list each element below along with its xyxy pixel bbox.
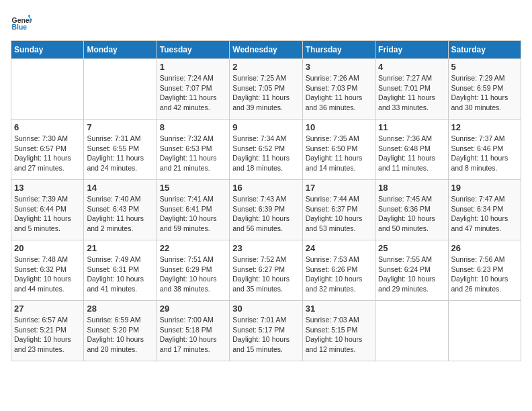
- day-info: Sunrise: 7:26 AMSunset: 7:03 PMDaylight:…: [306, 73, 372, 113]
- day-number: 17: [306, 183, 372, 193]
- day-info: Sunrise: 7:30 AMSunset: 6:57 PMDaylight:…: [14, 134, 81, 173]
- calendar-cell: 16Sunrise: 7:43 AMSunset: 6:39 PMDayligh…: [230, 180, 302, 240]
- calendar-cell: 24Sunrise: 7:53 AMSunset: 6:26 PMDayligh…: [302, 240, 375, 301]
- calendar-cell: 7Sunrise: 7:31 AMSunset: 6:55 PMDaylight…: [84, 120, 157, 180]
- day-info: Sunrise: 7:41 AMSunset: 6:41 PMDaylight:…: [160, 194, 226, 234]
- day-number: 2: [232, 62, 299, 72]
- calendar-cell: 8Sunrise: 7:32 AMSunset: 6:53 PMDaylight…: [157, 120, 229, 180]
- day-info: Sunrise: 7:56 AMSunset: 6:23 PMDaylight:…: [451, 255, 518, 294]
- day-info: Sunrise: 6:57 AMSunset: 5:21 PMDaylight:…: [14, 315, 81, 355]
- day-number: 21: [87, 243, 153, 253]
- day-number: 4: [378, 62, 445, 72]
- day-info: Sunrise: 7:51 AMSunset: 6:29 PMDaylight:…: [160, 255, 226, 294]
- day-info: Sunrise: 7:03 AMSunset: 5:15 PMDaylight:…: [306, 315, 372, 355]
- day-number: 12: [451, 122, 518, 132]
- day-info: Sunrise: 7:36 AMSunset: 6:48 PMDaylight:…: [378, 134, 445, 173]
- day-info: Sunrise: 7:00 AMSunset: 5:18 PMDaylight:…: [160, 315, 226, 355]
- day-number: 15: [160, 183, 226, 193]
- day-number: 30: [232, 304, 299, 314]
- day-number: 18: [378, 183, 445, 193]
- calendar-cell: 14Sunrise: 7:40 AMSunset: 6:43 PMDayligh…: [84, 180, 157, 240]
- day-number: 10: [306, 122, 372, 132]
- day-info: Sunrise: 7:44 AMSunset: 6:37 PMDaylight:…: [306, 194, 372, 234]
- day-number: 9: [232, 122, 299, 132]
- calendar-cell: 9Sunrise: 7:34 AMSunset: 6:52 PMDaylight…: [230, 120, 302, 180]
- day-info: Sunrise: 7:31 AMSunset: 6:55 PMDaylight:…: [87, 134, 153, 173]
- day-number: 3: [306, 62, 372, 72]
- day-number: 5: [451, 62, 518, 72]
- day-number: 28: [87, 304, 153, 314]
- calendar-cell: 27Sunrise: 6:57 AMSunset: 5:21 PMDayligh…: [11, 301, 84, 361]
- day-number: 31: [306, 304, 372, 314]
- page-header: General Blue: [11, 11, 521, 32]
- calendar-cell: [11, 59, 84, 120]
- day-number: 22: [160, 243, 226, 253]
- calendar-cell: 28Sunrise: 6:59 AMSunset: 5:20 PMDayligh…: [84, 301, 157, 361]
- weekday-header-monday: Monday: [84, 41, 157, 59]
- calendar-cell: 17Sunrise: 7:44 AMSunset: 6:37 PMDayligh…: [302, 180, 375, 240]
- weekday-header-saturday: Saturday: [448, 41, 521, 59]
- day-info: Sunrise: 7:01 AMSunset: 5:17 PMDaylight:…: [232, 315, 299, 355]
- day-info: Sunrise: 7:35 AMSunset: 6:50 PMDaylight:…: [306, 134, 372, 173]
- weekday-header-tuesday: Tuesday: [157, 41, 229, 59]
- calendar-cell: [84, 59, 157, 120]
- calendar-cell: 1Sunrise: 7:24 AMSunset: 7:07 PMDaylight…: [157, 59, 229, 120]
- day-number: 13: [14, 183, 81, 193]
- day-info: Sunrise: 7:37 AMSunset: 6:46 PMDaylight:…: [451, 134, 518, 173]
- logo: General Blue: [11, 11, 32, 32]
- calendar-cell: 13Sunrise: 7:39 AMSunset: 6:44 PMDayligh…: [11, 180, 84, 240]
- day-number: 24: [306, 243, 372, 253]
- calendar-cell: 6Sunrise: 7:30 AMSunset: 6:57 PMDaylight…: [11, 120, 84, 180]
- calendar-cell: 26Sunrise: 7:56 AMSunset: 6:23 PMDayligh…: [448, 240, 521, 301]
- calendar-cell: 5Sunrise: 7:29 AMSunset: 6:59 PMDaylight…: [448, 59, 521, 120]
- day-number: 19: [451, 183, 518, 193]
- calendar-week-row: 6Sunrise: 7:30 AMSunset: 6:57 PMDaylight…: [11, 120, 521, 180]
- day-info: Sunrise: 6:59 AMSunset: 5:20 PMDaylight:…: [87, 315, 153, 355]
- calendar-cell: 31Sunrise: 7:03 AMSunset: 5:15 PMDayligh…: [302, 301, 375, 361]
- day-info: Sunrise: 7:55 AMSunset: 6:24 PMDaylight:…: [378, 255, 445, 294]
- calendar-cell: 21Sunrise: 7:49 AMSunset: 6:31 PMDayligh…: [84, 240, 157, 301]
- weekday-header-wednesday: Wednesday: [230, 41, 302, 59]
- day-info: Sunrise: 7:48 AMSunset: 6:32 PMDaylight:…: [14, 255, 81, 294]
- weekday-header-sunday: Sunday: [11, 41, 84, 59]
- calendar-cell: 12Sunrise: 7:37 AMSunset: 6:46 PMDayligh…: [448, 120, 521, 180]
- calendar-cell: 15Sunrise: 7:41 AMSunset: 6:41 PMDayligh…: [157, 180, 229, 240]
- calendar-cell: 10Sunrise: 7:35 AMSunset: 6:50 PMDayligh…: [302, 120, 375, 180]
- day-info: Sunrise: 7:47 AMSunset: 6:34 PMDaylight:…: [451, 194, 518, 234]
- day-info: Sunrise: 7:45 AMSunset: 6:36 PMDaylight:…: [378, 194, 445, 234]
- calendar-week-row: 27Sunrise: 6:57 AMSunset: 5:21 PMDayligh…: [11, 301, 521, 361]
- day-info: Sunrise: 7:34 AMSunset: 6:52 PMDaylight:…: [232, 134, 299, 173]
- day-info: Sunrise: 7:53 AMSunset: 6:26 PMDaylight:…: [306, 255, 372, 294]
- day-info: Sunrise: 7:24 AMSunset: 7:07 PMDaylight:…: [160, 73, 226, 113]
- day-info: Sunrise: 7:32 AMSunset: 6:53 PMDaylight:…: [160, 134, 226, 173]
- day-info: Sunrise: 7:43 AMSunset: 6:39 PMDaylight:…: [232, 194, 299, 234]
- calendar-cell: 18Sunrise: 7:45 AMSunset: 6:36 PMDayligh…: [375, 180, 448, 240]
- weekday-header-row: SundayMondayTuesdayWednesdayThursdayFrid…: [11, 41, 521, 59]
- day-number: 23: [232, 243, 299, 253]
- calendar-cell: 4Sunrise: 7:27 AMSunset: 7:01 PMDaylight…: [375, 59, 448, 120]
- calendar-cell: [448, 301, 521, 361]
- day-number: 29: [160, 304, 226, 314]
- day-info: Sunrise: 7:52 AMSunset: 6:27 PMDaylight:…: [232, 255, 299, 294]
- calendar-cell: 3Sunrise: 7:26 AMSunset: 7:03 PMDaylight…: [302, 59, 375, 120]
- calendar-cell: 29Sunrise: 7:00 AMSunset: 5:18 PMDayligh…: [157, 301, 229, 361]
- calendar-cell: 19Sunrise: 7:47 AMSunset: 6:34 PMDayligh…: [448, 180, 521, 240]
- day-info: Sunrise: 7:27 AMSunset: 7:01 PMDaylight:…: [378, 73, 445, 113]
- day-info: Sunrise: 7:40 AMSunset: 6:43 PMDaylight:…: [87, 194, 153, 234]
- day-number: 27: [14, 304, 81, 314]
- calendar-cell: 22Sunrise: 7:51 AMSunset: 6:29 PMDayligh…: [157, 240, 229, 301]
- calendar-cell: 23Sunrise: 7:52 AMSunset: 6:27 PMDayligh…: [230, 240, 302, 301]
- day-info: Sunrise: 7:39 AMSunset: 6:44 PMDaylight:…: [14, 194, 81, 234]
- day-info: Sunrise: 7:25 AMSunset: 7:05 PMDaylight:…: [232, 73, 299, 113]
- day-number: 26: [451, 243, 518, 253]
- day-number: 16: [232, 183, 299, 193]
- calendar-week-row: 13Sunrise: 7:39 AMSunset: 6:44 PMDayligh…: [11, 180, 521, 240]
- weekday-header-friday: Friday: [375, 41, 448, 59]
- day-info: Sunrise: 7:29 AMSunset: 6:59 PMDaylight:…: [451, 73, 518, 113]
- svg-text:Blue: Blue: [12, 24, 28, 31]
- calendar-cell: [375, 301, 448, 361]
- calendar-cell: 30Sunrise: 7:01 AMSunset: 5:17 PMDayligh…: [230, 301, 302, 361]
- day-number: 25: [378, 243, 445, 253]
- calendar-table: SundayMondayTuesdayWednesdayThursdayFrid…: [11, 40, 521, 361]
- calendar-week-row: 20Sunrise: 7:48 AMSunset: 6:32 PMDayligh…: [11, 240, 521, 301]
